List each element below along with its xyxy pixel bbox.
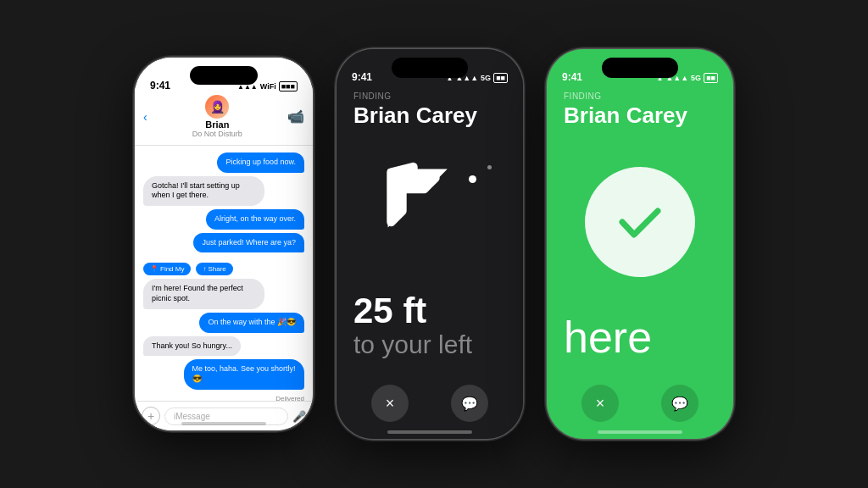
bottom-buttons-green: × 💬 [547, 376, 733, 439]
here-label: here [564, 315, 716, 359]
message-bubble-recv-1: Gotcha! I'll start setting up when I get… [143, 176, 264, 206]
network-icon-2: 5G [481, 74, 491, 82]
home-indicator-3 [598, 430, 682, 434]
battery-icon-1: ■■■ [279, 81, 298, 92]
here-area: here [547, 315, 733, 376]
contact-avatar: 🧕 [205, 95, 229, 119]
dynamic-island-2 [392, 58, 468, 78]
message-bubble-sent-3: Just parked! Where are ya? [193, 233, 304, 253]
finding-dark-screen: 9:41 ▲ ▲▲▲ 5G ■■ FINDING Brian Carey [337, 49, 523, 439]
phones-container: 9:41 ▲▲▲ WiFi ■■■ ‹ 🧕 Brian Do Not Distu… [0, 0, 868, 488]
wifi-icon-1: WiFi [260, 82, 276, 91]
message-bubble-recv-2: I'm here! Found the perfect picnic spot. [143, 279, 264, 308]
compass-area [337, 129, 523, 293]
phone-imessage: 9:41 ▲▲▲ WiFi ■■■ ‹ 🧕 Brian Do Not Distu… [135, 58, 313, 430]
message-button-dark[interactable]: 💬 [451, 385, 488, 422]
share-button[interactable]: ↑ Share [196, 263, 232, 275]
phone-finding-dark: 9:41 ▲ ▲▲▲ 5G ■■ FINDING Brian Carey [337, 49, 523, 439]
video-call-icon[interactable]: 📹 [287, 108, 304, 125]
contact-name-dark: Brian Carey [353, 103, 506, 129]
dot-small [487, 165, 492, 169]
map-action-buttons: 📍 Find My ↑ Share [143, 263, 304, 275]
check-circle [585, 167, 695, 277]
bottom-buttons-dark: × 💬 [337, 376, 523, 439]
message-bubble-sent-1: Picking up food now. [217, 152, 304, 173]
contact-info: 🧕 Brian Do Not Disturb [153, 95, 282, 138]
dynamic-island-3 [602, 58, 678, 78]
phone-found-green: 9:41 ▲ ▲▲▲ 5G ■■ FINDING Brian Carey [547, 49, 733, 439]
messages-list: Picking up food now. Gotcha! I'll start … [135, 146, 313, 401]
direction-label: to your left [353, 330, 506, 359]
home-indicator-1 [181, 422, 266, 425]
message-bubble-recv-3: Thank you! So hungry... [143, 336, 241, 357]
check-circle-area [547, 129, 733, 315]
checkmark-icon [610, 192, 670, 252]
find-my-button[interactable]: 📍 Find My [143, 263, 191, 275]
message-bubble-sent-2: Alright, on the way over. [206, 209, 304, 230]
distance-number: 25 ft [353, 293, 506, 329]
time-2: 9:41 [352, 71, 372, 83]
finding-label-dark: FINDING [353, 92, 506, 101]
message-bubble-sent-4: On the way with the 🎉😎 [199, 313, 304, 333]
dynamic-island-1 [190, 66, 258, 85]
back-button[interactable]: ‹ [143, 110, 147, 124]
microphone-icon[interactable]: 🎤 [292, 410, 306, 423]
contact-name-green: Brian Carey [564, 103, 716, 129]
direction-arrow [375, 156, 485, 266]
battery-icon-3: ■■ [704, 73, 718, 83]
imessage-screen: 9:41 ▲▲▲ WiFi ■■■ ‹ 🧕 Brian Do Not Distu… [135, 58, 313, 430]
network-icon-3: 5G [691, 74, 701, 82]
dot-trail [469, 175, 476, 183]
time-1: 9:41 [150, 80, 170, 92]
delivered-label: Delivered [143, 395, 304, 401]
close-button-green[interactable]: × [581, 385, 619, 422]
message-button-green[interactable]: 💬 [661, 385, 698, 422]
close-button-dark[interactable]: × [371, 385, 409, 422]
home-indicator-2 [387, 430, 472, 434]
distance-area: 25 ft to your left [337, 293, 523, 376]
contact-name: Brian [205, 119, 229, 130]
finding-label-green: FINDING [564, 92, 716, 101]
time-3: 9:41 [562, 71, 582, 83]
message-bubble-sent-5: Me too, haha. See you shortly! 😎 [184, 359, 305, 389]
contact-status: Do Not Disturb [192, 130, 242, 138]
found-green-screen: 9:41 ▲ ▲▲▲ 5G ■■ FINDING Brian Carey [547, 49, 733, 439]
battery-icon-2: ■■ [493, 73, 508, 83]
dot-large [469, 175, 476, 183]
message-input-bar: + iMessage 🎤 [135, 401, 313, 430]
add-attachment-button[interactable]: + [142, 407, 160, 425]
